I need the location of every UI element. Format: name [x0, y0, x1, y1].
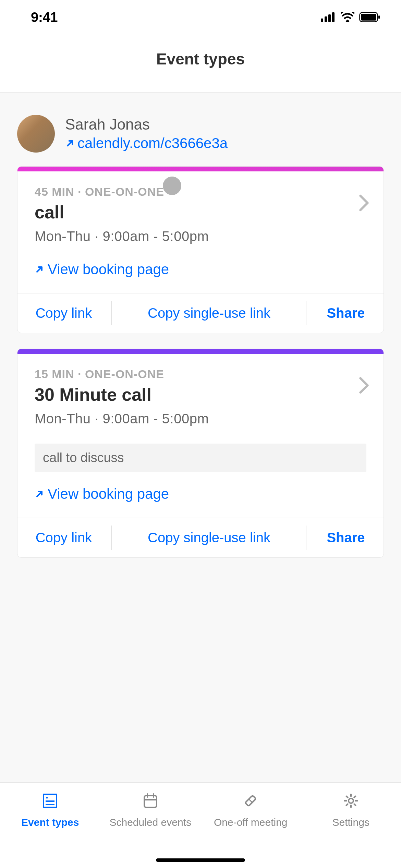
status-icons	[321, 12, 380, 22]
profile-name: Sarah Jonas	[65, 116, 228, 133]
content: Sarah Jonas calendly.com/c3666e3a 45 MIN…	[0, 93, 401, 782]
tab-bar: Event types Scheduled events One-off mee…	[0, 782, 401, 868]
battery-icon	[359, 12, 380, 22]
svg-rect-6	[361, 14, 376, 21]
event-schedule: Mon-Thu · 9:00am - 5:00pm	[35, 229, 366, 244]
card-actions: Copy link Copy single-use link Share	[17, 518, 384, 557]
svg-rect-7	[378, 15, 380, 19]
gear-icon	[341, 791, 361, 810]
tab-settings[interactable]: Settings	[301, 791, 401, 868]
svg-rect-1	[325, 16, 327, 22]
event-schedule: Mon-Thu · 9:00am - 5:00pm	[35, 411, 366, 426]
page-title: Event types	[156, 50, 245, 68]
avatar[interactable]	[17, 115, 55, 153]
touch-indicator-icon	[163, 177, 181, 195]
event-types-icon	[40, 791, 60, 810]
view-booking-link[interactable]: View booking page	[35, 261, 366, 278]
status-bar: 9:41	[0, 0, 401, 34]
svg-rect-3	[332, 12, 335, 22]
tab-label: Event types	[21, 816, 79, 829]
svg-rect-0	[321, 19, 323, 22]
copy-single-use-button[interactable]: Copy single-use link	[112, 293, 306, 333]
event-meta: 45 MIN · ONE-ON-ONE	[35, 185, 366, 198]
copy-link-button[interactable]: Copy link	[17, 293, 112, 333]
svg-rect-2	[328, 14, 331, 22]
copy-link-button[interactable]: Copy link	[17, 518, 112, 557]
svg-point-4	[347, 20, 349, 22]
event-title: call	[35, 202, 366, 222]
card-stripe	[17, 167, 384, 171]
event-title: 30 Minute call	[35, 384, 366, 405]
tab-label: Settings	[332, 816, 369, 829]
event-description: call to discuss	[35, 444, 366, 472]
wifi-icon	[341, 12, 354, 22]
calendar-icon	[141, 791, 160, 810]
tab-event-types[interactable]: Event types	[0, 791, 100, 868]
view-booking-label: View booking page	[48, 486, 169, 502]
ticket-icon	[241, 791, 260, 810]
status-time: 9:41	[31, 10, 58, 25]
svg-line-16	[249, 799, 252, 802]
card-stripe	[17, 349, 384, 354]
event-meta: 15 MIN · ONE-ON-ONE	[35, 367, 366, 381]
svg-point-9	[46, 797, 48, 799]
tab-label: Scheduled events	[109, 816, 191, 829]
share-button[interactable]: Share	[306, 293, 384, 333]
profile-section: Sarah Jonas calendly.com/c3666e3a	[17, 115, 384, 153]
copy-single-use-button[interactable]: Copy single-use link	[112, 518, 306, 557]
external-link-icon	[35, 265, 44, 274]
share-button[interactable]: Share	[306, 518, 384, 557]
view-booking-link[interactable]: View booking page	[35, 486, 366, 502]
home-indicator[interactable]	[156, 858, 245, 862]
profile-link[interactable]: calendly.com/c3666e3a	[65, 135, 228, 152]
external-link-icon	[35, 489, 44, 499]
external-link-icon	[65, 138, 75, 148]
view-booking-label: View booking page	[48, 261, 169, 278]
card-actions: Copy link Copy single-use link Share	[17, 293, 384, 333]
event-card[interactable]: 15 MIN · ONE-ON-ONE 30 Minute call Mon-T…	[17, 349, 384, 558]
event-card[interactable]: 45 MIN · ONE-ON-ONE call Mon-Thu · 9:00a…	[17, 166, 384, 333]
svg-point-17	[349, 798, 353, 803]
svg-rect-12	[144, 796, 157, 807]
profile-link-text: calendly.com/c3666e3a	[77, 135, 228, 152]
header: Event types	[0, 34, 401, 93]
tab-label: One-off meeting	[214, 816, 288, 829]
chevron-right-icon	[358, 194, 370, 213]
tab-one-off-meeting[interactable]: One-off meeting	[200, 791, 301, 868]
cellular-icon	[321, 12, 336, 22]
tab-scheduled-events[interactable]: Scheduled events	[100, 791, 201, 868]
chevron-right-icon	[358, 376, 370, 396]
